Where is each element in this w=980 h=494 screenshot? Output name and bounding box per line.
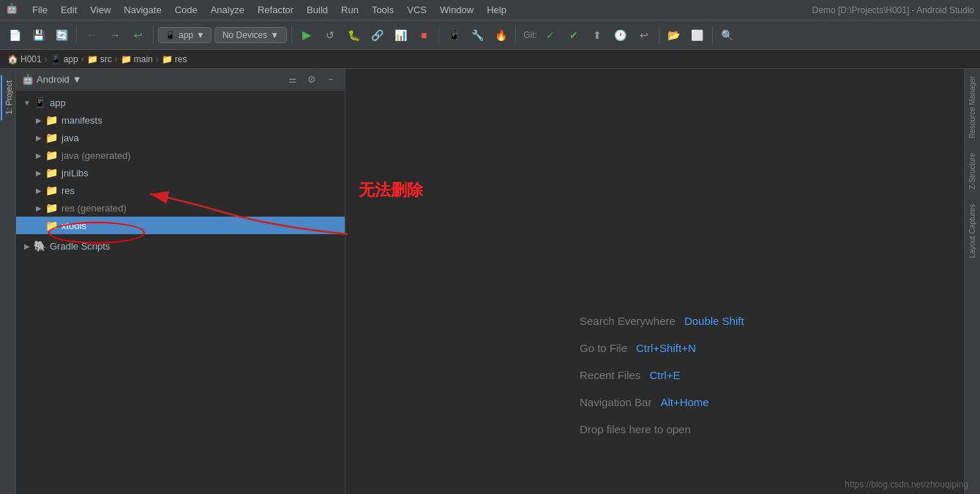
res-arrow: ▶ xyxy=(34,185,44,195)
sdk-btn[interactable]: 🔧 xyxy=(467,25,487,45)
hint-search-text: Search Everywhere xyxy=(580,315,676,327)
menu-navigate[interactable]: Navigate xyxy=(118,3,167,17)
new-project-btn[interactable]: 📄 xyxy=(4,25,25,45)
java-gen-icon: 📁 xyxy=(45,149,58,161)
avd-btn[interactable]: 📱 xyxy=(444,25,464,45)
left-tab-strip: 1: Project xyxy=(0,69,16,494)
search-everywhere-btn[interactable]: 🔍 xyxy=(717,25,738,45)
breadcrumb-app-label: app xyxy=(64,54,78,64)
breadcrumb-app[interactable]: 📱 app xyxy=(51,54,78,64)
menu-vcs[interactable]: VCS xyxy=(401,3,433,17)
close-panel-btn[interactable]: − xyxy=(323,72,339,88)
tree-item-manifests[interactable]: ▶ 📁 manifests xyxy=(16,111,345,129)
breadcrumb-res[interactable]: 📁 res xyxy=(162,54,187,64)
tab-project[interactable]: 1: Project xyxy=(1,75,15,120)
manifests-arrow: ▶ xyxy=(34,115,44,125)
tree-item-res[interactable]: ▶ 📁 res xyxy=(16,181,345,199)
device-label: No Devices xyxy=(222,30,267,40)
run-config-chevron: ▼ xyxy=(196,30,205,40)
res-bc-icon: 📁 xyxy=(162,54,173,64)
res-icon: 📁 xyxy=(45,184,58,196)
tree-item-res-gen[interactable]: ▶ 📁 res (generated) xyxy=(16,199,345,217)
xtools-arrow xyxy=(34,220,44,231)
separator-1 xyxy=(76,26,77,44)
separator-5 xyxy=(515,26,516,44)
debug-btn[interactable]: 🐛 xyxy=(343,25,364,45)
app-arrow: ▼ xyxy=(22,97,32,108)
res-gen-arrow: ▶ xyxy=(34,203,44,213)
tab-resource-manager[interactable]: Resource Manager xyxy=(966,69,979,146)
menu-help[interactable]: Help xyxy=(481,3,512,17)
run-config-selector[interactable]: 📱 app ▼ xyxy=(158,27,212,43)
sep4: › xyxy=(156,54,159,64)
device-chevron: ▼ xyxy=(270,30,279,40)
separator-7 xyxy=(712,26,713,44)
git-update-btn[interactable]: ⬆ xyxy=(587,25,607,45)
tree-item-app[interactable]: ▼ 📱 app xyxy=(16,94,345,111)
manifests-icon: 📁 xyxy=(45,114,58,126)
settings-btn[interactable]: ⚙ xyxy=(304,72,320,88)
editor-content-area: Search Everywhere Double Shift Go to Fil… xyxy=(345,69,980,494)
hint-drop: Drop files here to open xyxy=(580,423,980,435)
tab-z-structure[interactable]: Z-Structure xyxy=(966,146,979,197)
res-gen-icon: 📁 xyxy=(45,202,58,214)
tree-item-gradle[interactable]: ▶ 🐘 Gradle Scripts xyxy=(16,237,345,255)
menu-analyze[interactable]: Analyze xyxy=(205,3,250,17)
firebase-btn[interactable]: 🔥 xyxy=(490,25,511,45)
tree-item-java-gen[interactable]: ▶ 📁 java (generated) xyxy=(16,146,345,164)
project-panel: 🤖 Android ▼ ⚌ ⚙ − ▼ 📱 app ▶ 📁 xyxy=(16,69,345,494)
jnilibs-label: jniLibs xyxy=(61,168,89,179)
gradle-label: Gradle Scripts xyxy=(50,241,110,252)
device-selector[interactable]: No Devices ▼ xyxy=(214,27,287,43)
panel-title: 🤖 Android ▼ xyxy=(22,74,82,85)
hint-search-shortcut: Double Shift xyxy=(684,315,744,327)
forward-btn[interactable]: → xyxy=(105,25,125,45)
collapse-all-btn[interactable]: ⚌ xyxy=(285,72,301,88)
git-revert-btn[interactable]: ↩ xyxy=(634,25,654,45)
hint-goto: Go to File Ctrl+Shift+N xyxy=(580,342,980,354)
panel-header-icons: ⚌ ⚙ − xyxy=(285,72,339,88)
hint-recent-text: Recent Files xyxy=(580,369,640,381)
footer-url: https://blog.csdn.net/zhouqiping xyxy=(845,479,968,490)
profile-btn[interactable]: 📊 xyxy=(390,25,411,45)
breadcrumb-src[interactable]: 📁 src xyxy=(87,54,112,64)
panel-view-dropdown[interactable]: ▼ xyxy=(72,74,82,85)
tab-layout-captures[interactable]: Layout Captures xyxy=(966,197,979,265)
hint-search: Search Everywhere Double Shift xyxy=(580,315,980,327)
menu-code[interactable]: Code xyxy=(169,3,203,17)
attach-debugger-btn[interactable]: 🔗 xyxy=(367,25,387,45)
stop-btn[interactable]: ■ xyxy=(414,25,434,45)
refresh-btn[interactable]: ↺ xyxy=(320,25,340,45)
git-label: Git: xyxy=(523,30,537,40)
breadcrumb-main-label: main xyxy=(134,54,153,64)
save-btn[interactable]: 💾 xyxy=(28,25,48,45)
menu-view[interactable]: View xyxy=(84,3,116,17)
run-btn[interactable]: ▶ xyxy=(296,25,317,45)
android-icon: 🤖 xyxy=(22,74,34,85)
sync-btn[interactable]: 🔄 xyxy=(51,25,72,45)
main-layout: 1: Project 🤖 Android ▼ ⚌ ⚙ − ▼ 📱 app xyxy=(0,69,980,494)
tree-item-jnilibs[interactable]: ▶ 📁 jniLibs xyxy=(16,164,345,181)
separator-3 xyxy=(291,26,292,44)
breadcrumb-h001[interactable]: 🏠 H001 xyxy=(7,54,42,64)
tree-item-xtools[interactable]: 📁 xtools xyxy=(16,217,345,234)
menu-build[interactable]: Build xyxy=(301,3,334,17)
menu-file[interactable]: File xyxy=(26,3,53,17)
git-commit-btn[interactable]: ✓ xyxy=(540,25,561,45)
app-label: app xyxy=(50,97,66,108)
back-btn[interactable]: ← xyxy=(81,25,102,45)
menu-run[interactable]: Run xyxy=(335,3,364,17)
res-gen-label: res (generated) xyxy=(61,203,127,214)
breadcrumb-main[interactable]: 📁 main xyxy=(121,54,153,64)
menu-tools[interactable]: Tools xyxy=(366,3,400,17)
menu-refactor[interactable]: Refactor xyxy=(252,3,299,17)
project-structure-btn[interactable]: 📂 xyxy=(664,25,684,45)
revert-btn[interactable]: ↩ xyxy=(128,25,149,45)
git-push-btn[interactable]: ✔ xyxy=(564,25,584,45)
menu-edit[interactable]: Edit xyxy=(55,3,83,17)
sep2: › xyxy=(81,54,84,64)
git-history-btn[interactable]: 🕐 xyxy=(610,25,631,45)
tree-item-java[interactable]: ▶ 📁 java xyxy=(16,129,345,146)
layout-editor-btn[interactable]: ⬜ xyxy=(687,25,708,45)
menu-window[interactable]: Window xyxy=(434,3,479,17)
